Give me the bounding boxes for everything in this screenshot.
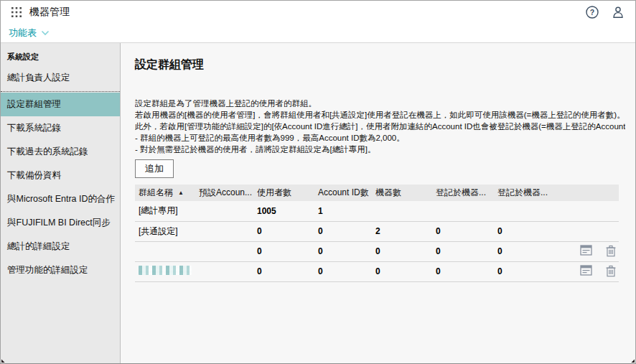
column-header-user-count[interactable]: 使用者數 — [253, 185, 314, 201]
content-area: 系統設定 總計負責人設定 設定群組管理 下載系統記錄 下載過去的系統記錄 下載備… — [1, 42, 635, 363]
registered-machines-cell: 0 — [432, 221, 494, 241]
table-header-row: 群組名稱▲ 預設Accoun... 使用者數 Account ID數 機器數 登… — [135, 185, 619, 201]
user-icon[interactable] — [611, 5, 625, 19]
group-name-cell-redacted[interactable] — [135, 261, 195, 281]
trash-icon — [605, 245, 617, 257]
column-header-account-id-count[interactable]: Account ID數 — [314, 185, 372, 201]
registered-machines-cell: 0 — [494, 221, 556, 241]
registered-machines-cell: 0 — [432, 241, 494, 261]
table-row: [總計專用] 1005 1 — [135, 201, 619, 221]
column-label: 群組名稱 — [139, 187, 173, 197]
group-name-cell: [總計專用] — [135, 201, 195, 221]
registered-machines-cell: 0 — [494, 241, 556, 261]
description-line: - 對於無需登記於機器的使用者，請將設定群組設定為[總計專用]。 — [135, 144, 625, 155]
default-account-cell — [195, 241, 253, 261]
group-name-cell-redacted — [135, 241, 195, 261]
machine-count-cell: 2 — [372, 221, 432, 241]
account-id-count-cell: 1 — [314, 201, 372, 221]
menu-bar: 功能表 — [1, 23, 635, 42]
table-row: [共通設定] 0 0 2 0 0 — [135, 221, 619, 241]
column-header-registered-machines-2[interactable]: 登記於機器... — [494, 185, 556, 201]
edit-group-button[interactable] — [580, 265, 593, 278]
sidebar-item-download-backup[interactable]: 下載備份資料 — [1, 164, 120, 187]
chevron-down-icon — [41, 30, 50, 36]
column-header-group-name[interactable]: 群組名稱▲ — [135, 185, 195, 201]
description-block: 設定群組是為了管理機器上登記的使用者的群組。 若啟用機器的[機器的使用者管理]，… — [135, 98, 625, 155]
user-count-cell: 1005 — [253, 201, 314, 221]
sidebar-item-aggregation-details[interactable]: 總計的詳細設定 — [1, 235, 120, 258]
sidebar-item-fujifilm-bi-direct[interactable]: 與FUJIFILM BI Direct同步 — [1, 211, 120, 235]
machine-count-cell — [372, 201, 432, 221]
sort-ascending-icon: ▲ — [178, 190, 184, 196]
sidebar-section-header: 系統設定 — [1, 47, 120, 66]
top-bar: 機器管理 ? — [1, 1, 635, 23]
default-account-cell — [195, 201, 253, 221]
default-account-cell — [195, 261, 253, 281]
column-header-machine-count[interactable]: 機器數 — [372, 185, 432, 201]
description-line: 若啟用機器的[機器的使用者管理]，會將群組使用者和[共通設定]使用者登記在機器上… — [135, 109, 625, 121]
page-title: 設定群組管理 — [135, 57, 625, 73]
description-line: 此外，若啟用[管理功能的詳細設定]的[依Account ID進行總計]，使用者附… — [135, 121, 625, 132]
redacted-group-name[interactable] — [139, 266, 192, 275]
sidebar-divider — [1, 91, 120, 92]
default-account-cell — [195, 221, 253, 241]
account-id-count-cell: 0 — [314, 261, 372, 281]
machine-count-cell: 0 — [372, 241, 432, 261]
window-corner-mark — [1, 358, 6, 363]
actions-cell — [556, 201, 619, 221]
table-row: 0 0 0 0 0 — [135, 261, 619, 281]
sidebar-item-download-past-system-log[interactable]: 下載過去的系統記錄 — [1, 140, 120, 164]
sidebar-item-download-system-log[interactable]: 下載系統記錄 — [1, 116, 120, 140]
user-count-cell: 0 — [253, 241, 314, 261]
app-launcher-icon[interactable] — [11, 6, 22, 18]
column-header-registered-machines-1[interactable]: 登記於機器... — [432, 185, 494, 201]
delete-group-button[interactable] — [604, 265, 617, 278]
registered-machines-cell — [432, 201, 494, 221]
menu-label: 功能表 — [9, 27, 37, 39]
delete-group-button[interactable] — [604, 245, 617, 258]
sidebar: 系統設定 總計負責人設定 設定群組管理 下載系統記錄 下載過去的系統記錄 下載備… — [1, 43, 121, 363]
groups-table: 群組名稱▲ 預設Accoun... 使用者數 Account ID數 機器數 登… — [135, 185, 619, 282]
svg-text:?: ? — [590, 7, 594, 16]
sidebar-item-microsoft-entra-id[interactable]: 與Microsoft Entra ID的合作 — [1, 187, 120, 211]
user-count-cell: 0 — [253, 261, 314, 281]
detail-form-icon — [580, 265, 592, 276]
table-row: 0 0 0 0 0 — [135, 241, 619, 261]
group-name-cell: [共通設定] — [135, 221, 195, 241]
add-button[interactable]: 追加 — [135, 159, 174, 178]
app-title: 機器管理 — [29, 6, 70, 19]
trash-icon — [605, 265, 617, 277]
sidebar-item-aggregation-manager[interactable]: 總計負責人設定 — [1, 66, 120, 90]
machine-count-cell: 0 — [372, 261, 432, 281]
column-header-default-account[interactable]: 預設Accoun... — [195, 185, 253, 201]
account-id-count-cell: 0 — [314, 221, 372, 241]
sidebar-item-setting-group-management[interactable]: 設定群組管理 — [1, 93, 120, 116]
sidebar-item-admin-function-details[interactable]: 管理功能的詳細設定 — [1, 258, 120, 282]
main-panel: 設定群組管理 設定群組是為了管理機器上登記的使用者的群組。 若啟用機器的[機器的… — [121, 43, 635, 363]
edit-group-button[interactable] — [580, 245, 593, 258]
column-header-actions — [556, 185, 619, 201]
actions-cell — [556, 221, 619, 241]
app-window: 機器管理 ? 功能表 系統設定 — [0, 0, 636, 364]
help-icon[interactable]: ? — [585, 5, 599, 19]
user-count-cell: 0 — [253, 221, 314, 241]
description-line: 設定群組是為了管理機器上登記的使用者的群組。 — [135, 98, 625, 109]
detail-form-icon — [580, 245, 592, 256]
actions-cell — [556, 261, 619, 281]
registered-machines-cell: 0 — [494, 261, 556, 281]
registered-machines-cell — [494, 201, 556, 221]
description-line: - 群組的機器上可登記的最高使用者數為999，最高Account ID數為2,0… — [135, 132, 625, 144]
window-resize-handle[interactable] — [630, 358, 635, 363]
actions-cell — [556, 241, 619, 261]
registered-machines-cell: 0 — [432, 261, 494, 281]
account-id-count-cell: 0 — [314, 241, 372, 261]
menu-button[interactable]: 功能表 — [9, 27, 50, 39]
